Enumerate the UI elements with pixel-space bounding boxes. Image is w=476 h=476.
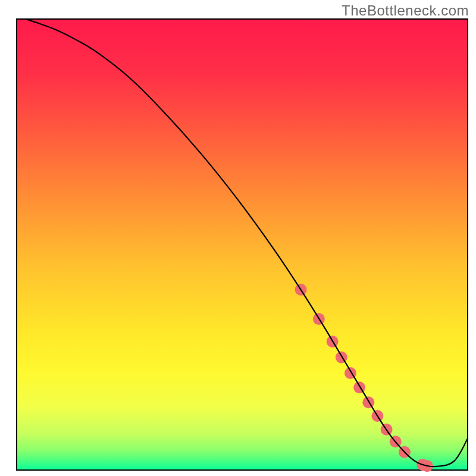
plot-background: [17, 19, 468, 470]
bottleneck-chart: [0, 0, 476, 476]
highlight-dot: [336, 352, 347, 364]
watermark-text: TheBottleneck.com: [342, 2, 469, 19]
highlight-dot: [362, 396, 374, 408]
